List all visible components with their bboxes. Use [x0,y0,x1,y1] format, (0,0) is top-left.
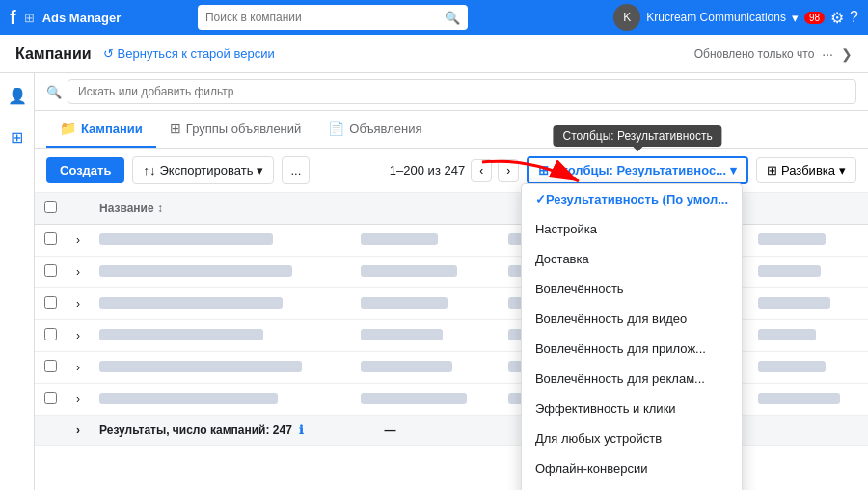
breakdown-label: Разбивка [781,163,835,177]
more-button[interactable]: ... [282,156,310,184]
tab-campaigns[interactable]: 📁 Кампании [46,111,156,148]
ads-doc-icon: 📄 [328,121,344,136]
filter-search-icon: 🔍 [46,85,62,99]
create-button[interactable]: Создать [46,157,124,183]
row-checkbox[interactable] [35,384,67,416]
table-row: › [35,352,868,384]
grid-icon: ⊞ [24,11,35,25]
top-bar-right: K Krucream Communications ▾ 98 ⚙ ? [613,4,858,31]
next-page-button[interactable]: › [498,159,519,182]
row-col7 [748,257,868,288]
back-to-old-version-button[interactable]: ↺ Вернуться к старой версии [103,46,275,61]
row-expand[interactable]: › [67,288,90,320]
row-name [90,320,351,352]
columns-label: Столбцы: Результативнос... [553,163,726,177]
select-all-checkbox[interactable] [35,193,67,225]
export-dropdown-arrow: ▾ [257,163,263,177]
second-bar: Кампании ↺ Вернуться к старой версии Обн… [0,35,868,73]
menu-item-video-label: Вовлечённость для видео [535,312,687,326]
menu-item-targeting[interactable]: Таргетинг и оформление [522,483,742,490]
row-col7 [748,352,868,384]
page-title: Кампании [15,45,92,63]
app-name: Ads Manager [42,11,122,25]
footer-expand[interactable]: › [67,416,90,446]
table-row: › [35,288,868,320]
facebook-logo: f [10,7,16,29]
row-expand[interactable]: › [67,257,90,288]
row-col4 [351,352,499,384]
breakdown-icon: ⊞ [767,163,777,177]
row-checkbox[interactable] [35,352,67,384]
breakdown-button[interactable]: ⊞ Разбивка ▾ [756,157,856,183]
search-bar[interactable]: 🔍 [198,5,468,30]
sidebar-grid-icon[interactable]: ⊞ [5,122,29,152]
row-checkbox[interactable] [35,257,67,288]
avatar: K [613,4,640,31]
toolbar: Создать ↑↓ Экспортировать ▾ ... 1–200 из… [35,149,868,193]
arrow-icon[interactable]: ❯ [841,46,853,62]
table-row: › [35,384,868,416]
table-row: › [35,320,868,352]
menu-item-clicks[interactable]: Эффективность и клики [522,394,742,423]
row-checkbox[interactable] [35,225,67,257]
table-header-row: Название ↕ [35,193,868,225]
tab-adsets-label: Группы объявлений [186,122,301,136]
help-icon[interactable]: ? [850,9,858,26]
company-name: Krucream Communications [646,11,786,24]
footer-label: Результаты, число кампаний: 247 ℹ — [90,416,868,446]
row-col7 [748,320,868,352]
row-expand[interactable]: › [67,384,90,416]
row-col4 [351,384,499,416]
menu-item-engagement[interactable]: Вовлечённость [522,274,742,304]
footer-empty1 [35,416,67,446]
filter-bar: 🔍 [35,73,868,111]
menu-item-any-device[interactable]: Для любых устройств [522,423,742,453]
menu-item-ad-engagement[interactable]: Вовлечённость для реклам... [522,364,742,394]
campaign-tabs: 📁 Кампании ⊞ Группы объявлений 📄 Объявле… [35,111,868,149]
campaigns-table-area: Название ↕ › [35,193,868,490]
row-col4 [351,257,499,288]
back-btn-label: Вернуться к старой версии [118,46,275,61]
footer-dash: — [385,423,396,437]
row-col7 [748,225,868,257]
main-content: 🔍 📁 Кампании ⊞ Группы объявлений 📄 Объяв… [35,73,868,490]
row-expand[interactable]: › [67,352,90,384]
adsets-grid-icon: ⊞ [170,121,181,136]
row-name [90,225,351,257]
notification-badge[interactable]: 98 [804,12,825,24]
left-sidebar: 👤 ⊞ [0,73,35,490]
second-bar-right: Обновлено только что ··· ❯ [694,46,853,62]
row-name [90,257,351,288]
tab-adsets[interactable]: ⊞ Группы объявлений [156,111,314,148]
name-column-header: Название ↕ [90,193,351,225]
menu-item-performance[interactable]: Результативность (По умол... [522,184,742,214]
export-button[interactable]: ↑↓ Экспортировать ▾ [132,156,274,184]
menu-item-delivery[interactable]: Доставка [522,244,742,274]
columns-button[interactable]: ⊞ Столбцы: Результативнос... ▾ [527,156,748,184]
menu-item-engagement-label: Вовлечённость [535,282,624,296]
menu-item-app-engagement[interactable]: Вовлечённость для прилож... [522,334,742,364]
menu-item-offline[interactable]: Офлайн-конверсии [522,453,742,483]
settings-icon[interactable]: ⚙ [830,9,844,27]
search-input[interactable] [205,11,445,24]
row-checkbox[interactable] [35,288,67,320]
tab-ads[interactable]: 📄 Объявления [314,111,435,148]
info-icon: ℹ [299,423,304,437]
sort-icon[interactable]: ↕ [157,202,163,215]
menu-item-video-engagement[interactable]: Вовлечённость для видео [522,304,742,334]
filter-input[interactable] [68,79,856,104]
export-icon: ↑↓ [143,163,155,177]
more-options-icon[interactable]: ··· [822,46,833,62]
footer-text: Результаты, число кампаний: 247 [99,423,292,437]
refresh-icon: ↺ [103,46,114,61]
row-checkbox[interactable] [35,320,67,352]
row-expand[interactable]: › [67,225,90,257]
columns-dropdown-arrow: ▾ [730,163,737,177]
tab-ads-label: Объявления [349,122,421,136]
prev-page-button[interactable]: ‹ [471,159,492,182]
sidebar-person-icon[interactable]: 👤 [2,81,33,111]
row-expand[interactable]: › [67,320,90,352]
menu-item-setup[interactable]: Настройка [522,214,742,244]
table-row: › [35,257,868,288]
menu-item-ad-label: Вовлечённость для реклам... [535,371,705,386]
